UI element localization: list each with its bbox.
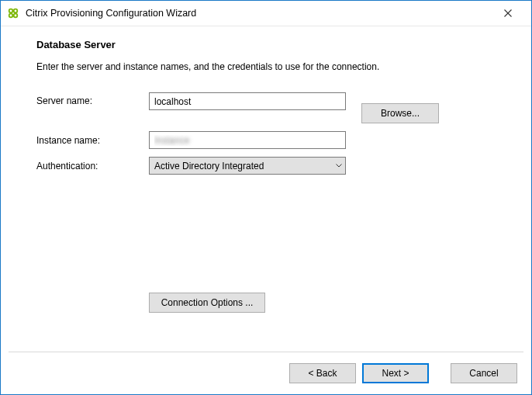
- back-button[interactable]: < Back: [289, 363, 356, 383]
- authentication-select[interactable]: Active Directory Integrated: [149, 157, 346, 175]
- svg-point-5: [15, 10, 17, 12]
- cancel-button[interactable]: Cancel: [451, 363, 517, 383]
- page-heading: Database Server: [36, 39, 503, 50]
- server-name-label: Server name:: [36, 92, 149, 106]
- svg-point-6: [10, 15, 12, 17]
- svg-point-7: [15, 15, 17, 17]
- app-icon: [7, 7, 19, 19]
- authentication-value: Active Directory Integrated: [154, 161, 264, 172]
- close-icon: [504, 9, 512, 17]
- close-button[interactable]: [491, 2, 525, 25]
- next-button[interactable]: Next >: [362, 363, 429, 383]
- connection-options-button[interactable]: Connection Options ...: [149, 293, 265, 313]
- titlebar: Citrix Provisioning Configuration Wizard: [1, 1, 531, 26]
- authentication-label: Authentication:: [36, 161, 149, 172]
- svg-point-4: [10, 10, 12, 12]
- wizard-footer: < Back Next > Cancel: [289, 363, 517, 383]
- browse-button[interactable]: Browse...: [361, 103, 439, 123]
- window-title: Citrix Provisioning Configuration Wizard: [26, 8, 491, 19]
- separator: [9, 352, 523, 352]
- chevron-down-icon: [336, 161, 342, 170]
- page-subtext: Enter the server and instance names, and…: [36, 61, 503, 72]
- instance-name-label: Instance name:: [36, 135, 149, 146]
- wizard-window: Citrix Provisioning Configuration Wizard…: [0, 0, 532, 395]
- instance-name-input[interactable]: [149, 131, 346, 149]
- server-name-input[interactable]: [149, 92, 346, 110]
- wizard-content: Database Server Enter the server and ins…: [1, 26, 531, 394]
